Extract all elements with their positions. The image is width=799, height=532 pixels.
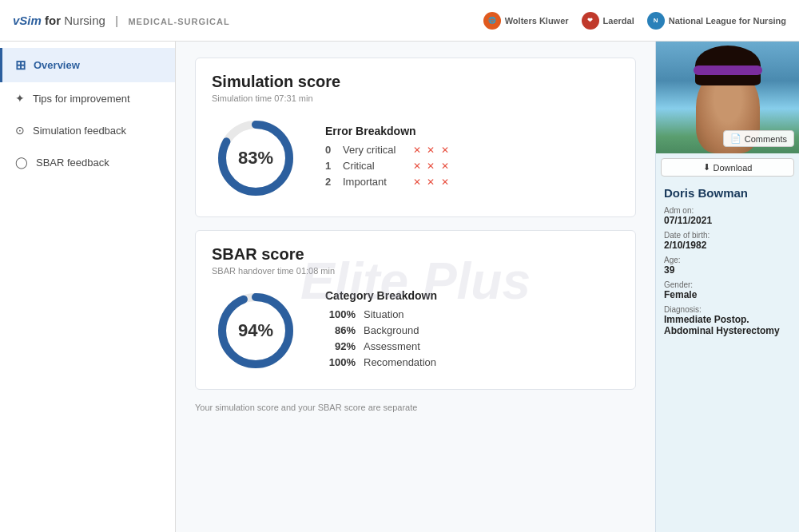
error-row-1: 1 Critical ✕ ✕ ✕ xyxy=(325,160,451,172)
error-num-1: 1 xyxy=(325,160,336,172)
download-label: Download xyxy=(714,163,753,173)
comments-label: Comments xyxy=(745,134,787,144)
sbar-score-body: 94% Category Breakdown 100% Situation 86… xyxy=(212,287,619,375)
partner-nln: N National League for Nursing xyxy=(647,12,786,30)
patient-age-field: Age: 39 xyxy=(664,256,791,276)
patient-age-value: 39 xyxy=(664,264,791,276)
patient-name: Doris Bowman xyxy=(664,186,791,200)
sidebar: ⊞ Overview ✦ Tips for improvement ⊙ Simu… xyxy=(0,42,176,532)
laerdal-label: Laerdal xyxy=(603,16,634,26)
error-label-1: Critical xyxy=(343,160,407,172)
simulation-donut: 83% xyxy=(212,114,300,202)
nln-icon: N xyxy=(647,12,665,30)
patient-gender-label: Gender: xyxy=(664,280,791,289)
comments-icon: 📄 xyxy=(730,133,741,144)
patient-gender-field: Gender: Female xyxy=(664,280,791,300)
sidebar-label-tips: Tips for improvement xyxy=(33,93,130,105)
patient-dob-field: Date of birth: 2/10/1982 xyxy=(664,231,791,251)
cat-row-1: 86% Background xyxy=(325,324,437,336)
simulation-score-body: 83% Error Breakdown 0 Very critical ✕ ✕ … xyxy=(212,114,619,202)
sidebar-label-overview: Overview xyxy=(34,59,80,71)
cat-label-3: Recomendation xyxy=(364,356,436,368)
simulation-feedback-icon: ⊙ xyxy=(15,124,25,137)
wolters-kluwer-icon: 🌐 xyxy=(483,12,501,30)
sidebar-label-sbar-feedback: SBAR feedback xyxy=(36,157,109,169)
logo-nursing: Nursing xyxy=(64,14,105,27)
error-marks-1: ✕ ✕ ✕ xyxy=(413,161,451,172)
error-num-0: 0 xyxy=(325,144,336,156)
patient-adm-value: 07/11/2021 xyxy=(664,215,791,226)
sidebar-item-simulation-feedback[interactable]: ⊙ Simulation feedback xyxy=(0,114,175,146)
download-icon: ⬇ xyxy=(703,162,710,173)
tips-icon: ✦ xyxy=(15,92,25,105)
app-header: vSim for Nursing | MEDICAL-SURGICAL 🌐 Wo… xyxy=(0,0,799,42)
patient-photo: 📄 Comments xyxy=(656,42,799,153)
cat-row-0: 100% Situation xyxy=(325,308,437,320)
error-row-0: 0 Very critical ✕ ✕ ✕ xyxy=(325,144,451,156)
category-breakdown: Category Breakdown 100% Situation 86% Ba… xyxy=(325,289,437,372)
patient-dob-value: 2/10/1982 xyxy=(664,240,791,251)
patient-diagnosis-label: Diagnosis: xyxy=(664,305,791,314)
patient-diagnosis-field: Diagnosis: Immediate Postop. Abdominal H… xyxy=(664,305,791,336)
cat-label-1: Background xyxy=(364,324,419,336)
logo-med: MEDICAL-SURGICAL xyxy=(128,17,229,26)
patient-adm-label: Adm on: xyxy=(664,206,791,215)
sbar-score-subtitle: SBAR handover time 01:08 min xyxy=(212,266,619,276)
sbar-score-label: 94% xyxy=(238,320,273,341)
patient-adm-field: Adm on: 07/11/2021 xyxy=(664,206,791,226)
error-row-2: 2 Important ✕ ✕ ✕ xyxy=(325,176,451,188)
laerdal-icon: ❤ xyxy=(582,12,599,30)
cat-label-0: Situation xyxy=(364,308,404,320)
simulation-score-title: Simulation score xyxy=(212,73,619,91)
partner-laerdal: ❤ Laerdal xyxy=(582,12,634,30)
sidebar-label-simulation-feedback: Simulation feedback xyxy=(33,125,126,137)
cat-pct-0: 100% xyxy=(325,308,356,320)
patient-gender-value: Female xyxy=(664,289,791,300)
simulation-score-label: 83% xyxy=(238,148,273,169)
simulation-score-card: Simulation score Simulation time 07:31 m… xyxy=(195,58,636,217)
patient-dob-label: Date of birth: xyxy=(664,231,791,240)
sidebar-item-overview[interactable]: ⊞ Overview xyxy=(0,48,175,82)
simulation-score-subtitle: Simulation time 07:31 min xyxy=(212,93,619,103)
patient-diagnosis-value: Immediate Postop. Abdominal Hysterectomy xyxy=(664,314,791,336)
partner-wolters-kluwer: 🌐 Wolters Kluwer xyxy=(483,12,569,30)
nln-label: National League for Nursing xyxy=(669,16,786,26)
sbar-donut: 94% xyxy=(212,287,300,375)
logo-for: for xyxy=(45,14,64,27)
logo-pipe: | xyxy=(115,14,121,27)
wolters-kluwer-label: Wolters Kluwer xyxy=(505,16,569,26)
main-layout: ⊞ Overview ✦ Tips for improvement ⊙ Simu… xyxy=(0,42,799,532)
comments-button[interactable]: 📄 Comments xyxy=(723,130,794,147)
patient-age-label: Age: xyxy=(664,256,791,264)
category-breakdown-title: Category Breakdown xyxy=(325,289,437,302)
cat-pct-3: 100% xyxy=(325,356,356,368)
patient-panel: 📄 Comments ⬇ Download Doris Bowman Adm o… xyxy=(655,42,799,532)
sidebar-item-tips[interactable]: ✦ Tips for improvement xyxy=(0,82,175,114)
cat-row-2: 92% Assessment xyxy=(325,340,437,352)
download-button[interactable]: ⬇ Download xyxy=(661,158,794,177)
cat-pct-1: 86% xyxy=(325,324,356,336)
comments-area: 📄 Comments xyxy=(723,130,794,147)
sbar-feedback-icon: ◯ xyxy=(15,156,28,169)
footer-note: Your simulation score and your SBAR scor… xyxy=(195,403,636,412)
main-content: Elite Plus Simulation score Simulation t… xyxy=(176,42,655,532)
error-breakdown-title: Error Breakdown xyxy=(325,125,451,137)
sbar-score-title: SBAR score xyxy=(212,245,619,264)
overview-icon: ⊞ xyxy=(15,58,26,73)
logo-vsim: vSim xyxy=(13,14,42,27)
cat-label-2: Assessment xyxy=(364,340,420,352)
error-marks-2: ✕ ✕ ✕ xyxy=(413,177,451,188)
error-breakdown: Error Breakdown 0 Very critical ✕ ✕ ✕ 1 … xyxy=(325,125,451,192)
cat-row-3: 100% Recomendation xyxy=(325,356,437,368)
error-marks-0: ✕ ✕ ✕ xyxy=(413,145,451,156)
app-logo: vSim for Nursing | MEDICAL-SURGICAL xyxy=(13,14,230,27)
cat-pct-2: 92% xyxy=(325,340,356,352)
sbar-score-card: SBAR score SBAR handover time 01:08 min … xyxy=(195,230,636,390)
patient-info: Doris Bowman Adm on: 07/11/2021 Date of … xyxy=(656,181,799,532)
error-num-2: 2 xyxy=(325,176,336,188)
error-label-0: Very critical xyxy=(343,144,407,156)
partner-logos: 🌐 Wolters Kluwer ❤ Laerdal N National Le… xyxy=(483,12,786,30)
patient-headband xyxy=(694,66,762,75)
error-label-2: Important xyxy=(343,176,407,188)
sidebar-item-sbar-feedback[interactable]: ◯ SBAR feedback xyxy=(0,146,175,178)
